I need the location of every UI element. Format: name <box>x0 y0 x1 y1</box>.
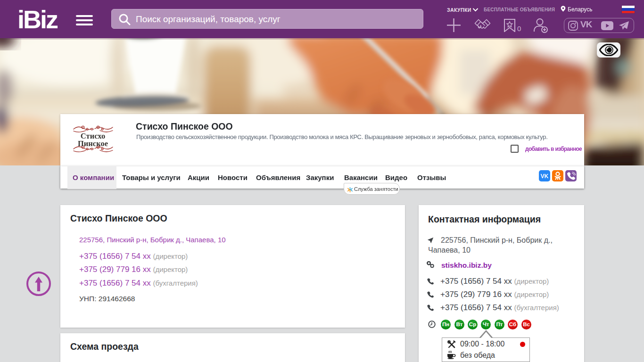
svg-text:VK: VK <box>541 173 549 180</box>
svg-text:Пинское: Пинское <box>78 139 108 148</box>
